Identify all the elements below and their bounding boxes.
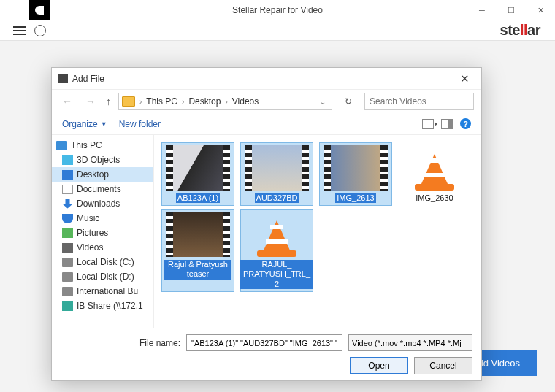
chevron-right-icon: ›	[138, 98, 143, 106]
chevron-down-icon: ▼	[101, 120, 107, 128]
tree-item-pictures[interactable]: Pictures	[52, 226, 153, 240]
crumb-this-pc[interactable]: This PC	[146, 96, 177, 107]
file-item[interactable]: Rajul & Pratyush teaser	[161, 209, 234, 292]
tree-item-3d-objects[interactable]: 3D Objects	[52, 153, 153, 167]
up-button[interactable]: ↑	[106, 96, 111, 107]
tree-item-label: Local Disk (D:)	[77, 272, 134, 282]
breadcrumb-bar[interactable]: › This PC › Desktop › Videos ⌄	[118, 93, 332, 110]
tree-item-label: Music	[77, 213, 99, 223]
brand-logo: stellar	[500, 22, 540, 39]
tree-item-local-disk-d-[interactable]: Local Disk (D:)	[52, 269, 153, 284]
file-name-label: AUD327BD	[255, 193, 299, 203]
chevron-right-icon: ›	[180, 98, 185, 106]
tree-item-label: Downloads	[77, 199, 120, 209]
file-name-label: AB123A (1)	[176, 193, 220, 203]
video-thumbnail	[245, 145, 309, 191]
cancel-button[interactable]: Cancel	[414, 357, 472, 374]
crumb-videos[interactable]: Videos	[232, 96, 259, 107]
filename-input[interactable]	[186, 334, 342, 351]
chevron-down-icon[interactable]: ⌄	[320, 98, 329, 106]
dialog-nav: ← → ↑ › This PC › Desktop › Videos ⌄ ↻	[52, 90, 481, 113]
forward-button[interactable]: →	[83, 96, 99, 107]
tree-item-videos[interactable]: Videos	[52, 240, 153, 255]
app-window: Stellar Repair for Video ─ ☐ ✕ stellar A…	[0, 0, 555, 392]
video-thumbnail	[166, 212, 230, 257]
tree-item-label: This PC	[71, 140, 102, 150]
organize-button[interactable]: Organize ▼	[62, 119, 107, 129]
folder-tree: This PC3D ObjectsDesktopDocumentsDownloa…	[52, 135, 154, 328]
dialog-titlebar: Add File ✕	[52, 68, 481, 90]
new-folder-button[interactable]: New folder	[119, 119, 161, 129]
organize-label: Organize	[62, 119, 98, 129]
brand-pre: ste	[500, 22, 520, 38]
tree-item-desktop[interactable]: Desktop	[52, 167, 153, 182]
file-name-label: RAJUL_ PRATYUSH_TRL_2	[240, 260, 313, 289]
vlc-cone-icon	[254, 212, 299, 257]
video-thumbnail	[166, 145, 230, 191]
dialog-close-button[interactable]: ✕	[453, 72, 475, 85]
dialog-footer: File name: Open Cancel	[52, 328, 481, 380]
tree-item-music[interactable]: Music	[52, 211, 153, 226]
window-controls: ─ ☐ ✕	[467, 0, 555, 20]
brand-mid: ll	[520, 22, 527, 38]
vid-icon	[62, 243, 73, 253]
file-name-label: IMG_2613	[335, 193, 375, 203]
search-input[interactable]	[364, 93, 474, 110]
tree-item-label: Videos	[77, 242, 103, 253]
file-item[interactable]: AB123A (1)	[161, 142, 234, 206]
file-item[interactable]: RAJUL_ PRATYUSH_TRL_2	[240, 209, 313, 292]
help-icon[interactable]: ?	[460, 118, 471, 129]
app-toolbar: stellar	[0, 20, 555, 41]
filetype-select[interactable]	[348, 334, 472, 351]
app-titlebar: Stellar Repair for Video ─ ☐ ✕	[0, 0, 555, 20]
tree-item-ib-share-172-1[interactable]: IB Share (\\172.1	[52, 299, 153, 313]
tree-item-label: IB Share (\\172.1	[77, 301, 143, 311]
tree-item-label: Local Disk (C:)	[77, 257, 134, 267]
dialog-title: Add File	[72, 74, 104, 84]
close-button[interactable]: ✕	[526, 0, 555, 20]
desktop-icon	[62, 170, 73, 180]
file-name-label: IMG_2630	[416, 193, 453, 203]
disk-icon	[62, 272, 73, 282]
vlc-cone-icon	[412, 145, 457, 191]
pic-icon	[62, 228, 73, 238]
folder-icon	[122, 96, 135, 107]
tree-item-this-pc[interactable]: This PC	[52, 138, 153, 153]
tree-item-label: International Bu	[77, 286, 138, 296]
tree-item-label: Desktop	[77, 169, 109, 180]
tree-item-documents[interactable]: Documents	[52, 182, 153, 196]
crumb-desktop[interactable]: Desktop	[188, 96, 221, 107]
menu-icon[interactable]	[13, 26, 26, 35]
file-name-label: Rajul & Pratyush teaser	[164, 260, 231, 279]
tree-item-downloads[interactable]: Downloads	[52, 196, 153, 211]
disk-icon	[62, 258, 73, 267]
video-thumbnail	[324, 145, 388, 191]
back-button[interactable]: ←	[59, 96, 75, 107]
file-grid: AB123A (1)AUD327BDIMG_2613IMG_2630Rajul …	[154, 135, 481, 328]
tree-item-label: 3D Objects	[77, 155, 120, 165]
dl-icon	[62, 199, 73, 209]
file-item[interactable]: AUD327BD	[240, 142, 313, 206]
app-title: Stellar Repair for Video	[232, 5, 323, 15]
disk-icon	[62, 287, 73, 296]
minimize-button[interactable]: ─	[467, 0, 497, 20]
folder-small-icon	[58, 74, 68, 83]
tree-item-local-disk-c-[interactable]: Local Disk (C:)	[52, 255, 153, 269]
dialog-main: This PC3D ObjectsDesktopDocumentsDownloa…	[52, 135, 481, 328]
maximize-button[interactable]: ☐	[497, 0, 526, 20]
tree-item-international-bu[interactable]: International Bu	[52, 284, 153, 299]
brand-post: ar	[527, 22, 540, 38]
open-button[interactable]: Open	[350, 357, 408, 374]
music-icon	[62, 214, 73, 223]
globe-icon[interactable]	[34, 25, 46, 36]
file-dialog: Add File ✕ ← → ↑ › This PC › Desktop › V…	[51, 67, 482, 381]
preview-pane-button[interactable]	[441, 119, 453, 129]
dialog-toolbar: Organize ▼ New folder ?	[52, 113, 481, 135]
filename-label: File name:	[61, 338, 180, 348]
app-icon	[29, 0, 50, 20]
refresh-button[interactable]: ↻	[340, 96, 357, 107]
file-item[interactable]: IMG_2630	[398, 142, 471, 206]
tree-item-label: Documents	[77, 184, 121, 194]
view-mode-button[interactable]	[422, 119, 434, 129]
file-item[interactable]: IMG_2613	[319, 142, 392, 206]
